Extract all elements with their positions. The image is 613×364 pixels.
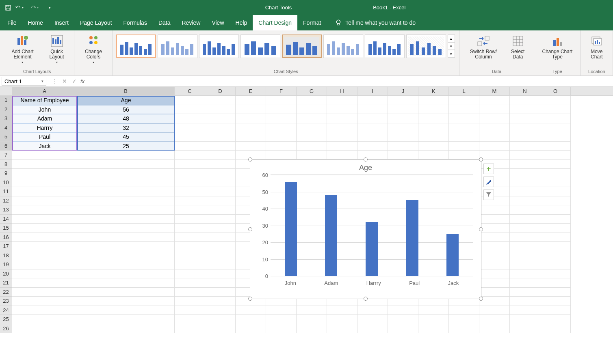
cell-M4[interactable] — [479, 123, 510, 133]
cell-M14[interactable] — [479, 215, 510, 224]
cell-G3[interactable] — [297, 114, 327, 123]
cell-N11[interactable] — [510, 187, 540, 196]
chart-title[interactable]: Age — [250, 159, 481, 174]
cell-D12[interactable] — [205, 196, 236, 206]
embedded-chart[interactable]: + Age 0102030405060 JohnAdamHarrryPaulJa… — [250, 159, 481, 299]
cell-J4[interactable] — [388, 123, 418, 133]
cell-H26[interactable] — [327, 324, 357, 334]
chart-filter-button[interactable] — [483, 190, 494, 200]
cell-H2[interactable] — [327, 105, 357, 114]
cell-O21[interactable] — [540, 278, 571, 288]
bar-Paul[interactable] — [406, 200, 418, 276]
cell-D16[interactable] — [205, 233, 236, 242]
row-header-5[interactable]: 5 — [0, 132, 12, 142]
row-header-14[interactable]: 14 — [0, 215, 12, 224]
cell-O19[interactable] — [540, 260, 571, 269]
cell-B23[interactable] — [77, 297, 175, 306]
cell-I24[interactable] — [357, 306, 388, 315]
cell-I1[interactable] — [357, 96, 388, 105]
row-header-18[interactable]: 18 — [0, 251, 12, 261]
row-header-9[interactable]: 9 — [0, 169, 12, 178]
cell-A8[interactable] — [12, 160, 77, 169]
cell-B14[interactable] — [77, 215, 175, 224]
chart-style-5[interactable] — [282, 34, 322, 58]
cell-A26[interactable] — [12, 324, 77, 334]
cell-N25[interactable] — [510, 315, 540, 324]
cell-E24[interactable] — [236, 306, 266, 315]
cell-G6[interactable] — [297, 142, 327, 151]
cell-O10[interactable] — [540, 178, 571, 187]
cell-O22[interactable] — [540, 288, 571, 297]
cell-A10[interactable] — [12, 178, 77, 187]
cell-F2[interactable] — [266, 105, 297, 114]
cell-O6[interactable] — [540, 142, 571, 151]
cell-B9[interactable] — [77, 169, 175, 178]
cell-N13[interactable] — [510, 205, 540, 215]
cell-N26[interactable] — [510, 324, 540, 334]
cell-O17[interactable] — [540, 242, 571, 251]
cell-C12[interactable] — [175, 196, 205, 206]
gallery-down-icon[interactable]: ▾ — [448, 42, 455, 50]
row-header-11[interactable]: 11 — [0, 187, 12, 196]
cell-F4[interactable] — [266, 123, 297, 133]
chart-style-4[interactable] — [240, 34, 280, 58]
customize-qat-icon[interactable]: ▾ — [45, 4, 54, 12]
cell-K4[interactable] — [418, 123, 449, 133]
cell-I5[interactable] — [357, 132, 388, 142]
cell-A19[interactable] — [12, 260, 77, 269]
select-data-button[interactable]: Select Data — [505, 32, 531, 68]
cell-O23[interactable] — [540, 297, 571, 306]
tab-review[interactable]: Review — [176, 15, 206, 30]
save-icon[interactable] — [4, 4, 12, 12]
cell-N24[interactable] — [510, 306, 540, 315]
row-header-20[interactable]: 20 — [0, 269, 12, 279]
cell-G25[interactable] — [297, 315, 327, 324]
cell-J6[interactable] — [388, 142, 418, 151]
cell-C22[interactable] — [175, 288, 205, 297]
row-header-23[interactable]: 23 — [0, 297, 12, 306]
cell-O25[interactable] — [540, 315, 571, 324]
row-header-25[interactable]: 25 — [0, 315, 12, 324]
cell-C6[interactable] — [175, 142, 205, 151]
cell-D26[interactable] — [205, 324, 236, 334]
cell-C17[interactable] — [175, 242, 205, 251]
cell-N1[interactable] — [510, 96, 540, 105]
cell-L26[interactable] — [449, 324, 479, 334]
cell-L2[interactable] — [449, 105, 479, 114]
cell-K5[interactable] — [418, 132, 449, 142]
cell-G24[interactable] — [297, 306, 327, 315]
bar-Adam[interactable] — [325, 195, 337, 276]
cell-C26[interactable] — [175, 324, 205, 334]
cell-O18[interactable] — [540, 251, 571, 261]
fx-icon[interactable]: fx — [80, 78, 84, 84]
cell-N8[interactable] — [510, 160, 540, 169]
row-header-19[interactable]: 19 — [0, 260, 12, 269]
cell-M21[interactable] — [479, 278, 510, 288]
cell-C11[interactable] — [175, 187, 205, 196]
cell-O8[interactable] — [540, 160, 571, 169]
cell-F24[interactable] — [266, 306, 297, 315]
column-header-J[interactable]: J — [388, 87, 418, 95]
cell-G7[interactable] — [297, 151, 327, 160]
cell-N7[interactable] — [510, 151, 540, 160]
chart-elements-button[interactable]: + — [483, 164, 494, 174]
cell-C3[interactable] — [175, 114, 205, 123]
tab-view[interactable]: View — [206, 15, 230, 30]
cell-B5[interactable]: 45 — [77, 132, 175, 142]
cell-B24[interactable] — [77, 306, 175, 315]
cell-J24[interactable] — [388, 306, 418, 315]
cell-G26[interactable] — [297, 324, 327, 334]
cell-O7[interactable] — [540, 151, 571, 160]
cell-O12[interactable] — [540, 196, 571, 206]
cell-A3[interactable]: Adam — [12, 114, 77, 123]
column-header-I[interactable]: I — [357, 87, 388, 95]
cell-C10[interactable] — [175, 178, 205, 187]
cell-O2[interactable] — [540, 105, 571, 114]
tab-help[interactable]: Help — [230, 15, 253, 30]
cell-D24[interactable] — [205, 306, 236, 315]
row-header-2[interactable]: 2 — [0, 105, 12, 114]
row-header-10[interactable]: 10 — [0, 178, 12, 187]
cell-O13[interactable] — [540, 205, 571, 215]
plot-area[interactable]: 0102030405060 — [271, 174, 473, 276]
cell-N15[interactable] — [510, 224, 540, 233]
